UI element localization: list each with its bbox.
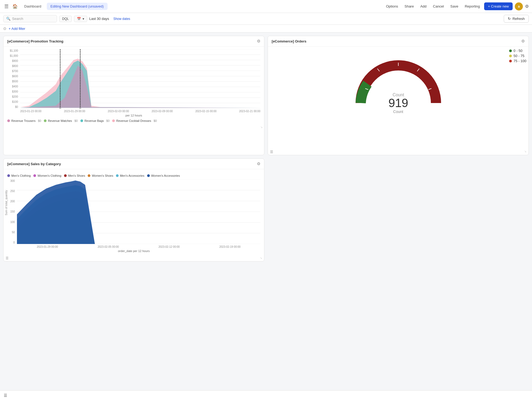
- legend-label: Men's Shoes: [68, 174, 85, 177]
- legend-label: Women's Accessories: [151, 174, 180, 177]
- legend-dot: [88, 174, 90, 177]
- legend-value: $0: [106, 119, 109, 122]
- filter-bar-left: 🔍 Search DQL 📅 ▾ Last 30 days Show dates: [3, 15, 501, 22]
- gauge-legend-item-75100: 75 - 100: [509, 59, 526, 63]
- dql-button[interactable]: DQL: [59, 16, 72, 22]
- sales-panel: [eCommerce] Sales by Category ⚙ Men's Cl…: [3, 158, 264, 261]
- legend-dot: [33, 174, 36, 177]
- legend-value: $0: [75, 119, 78, 122]
- sales-x-label: order_date per 12 hours: [7, 249, 260, 253]
- save-button[interactable]: Save: [448, 3, 460, 10]
- promotion-chart: [20, 49, 260, 108]
- legend-item-cocktail: Revenue Cocktail Dresses $0: [112, 119, 157, 122]
- filter-bar: 🔍 Search DQL 📅 ▾ Last 30 days Show dates…: [0, 13, 532, 25]
- search-placeholder: Search: [12, 17, 23, 21]
- sales-area-chart: [17, 179, 260, 244]
- y-tick: $100: [7, 100, 18, 103]
- refresh-button[interactable]: ↻ Refresh: [504, 15, 529, 23]
- sales-panel-footer: ☰ ↘: [3, 255, 264, 261]
- x-tick: 2023-02-12 00:00: [158, 245, 180, 248]
- promotion-panel-body: $1,100 $1,000 $900 $800 $700 $600 $500 $…: [3, 47, 264, 125]
- resize-handle[interactable]: ↘: [260, 256, 262, 260]
- gauge-legend-label: 0 - 50: [513, 49, 522, 53]
- y-tick: $400: [7, 85, 18, 88]
- legend-value: $0: [154, 119, 157, 122]
- legend-mens-accessories: Men's Accessories: [116, 174, 144, 177]
- legend-item-trousers: Revenue Trousers $0: [7, 119, 41, 122]
- legend-label: Revenue Cocktail Dresses: [116, 119, 151, 122]
- x-tick: 2023-01-23 00:00: [20, 110, 41, 113]
- x-tick: 2023-02-03 00:00: [108, 110, 129, 113]
- create-new-button[interactable]: + Create new: [484, 2, 513, 10]
- sales-chart-container: 300 250 200 150 100 50 0 Sum of total_qu…: [7, 179, 260, 248]
- legend-label: Men's Clothing: [11, 174, 31, 177]
- add-button[interactable]: Add: [418, 3, 429, 10]
- legend-value: $0: [38, 119, 41, 122]
- refresh-icon: ↻: [508, 17, 511, 21]
- y-tick: 150: [7, 210, 15, 213]
- resize-handle[interactable]: ↘: [3, 125, 264, 129]
- add-filter-button[interactable]: + Add filter: [9, 27, 25, 31]
- x-tick: 2023-02-19 00:00: [219, 245, 240, 248]
- cancel-button[interactable]: Cancel: [431, 3, 446, 10]
- legend-dot: [147, 174, 150, 177]
- legend-item-watches: Revenue Watches $0: [44, 119, 78, 122]
- home-icon[interactable]: 🏠: [11, 3, 19, 10]
- legend-mens-clothing: Men's Clothing: [7, 174, 31, 177]
- orders-panel-gear[interactable]: ⚙: [521, 39, 525, 44]
- gauge-dot: [509, 55, 512, 57]
- show-dates-button[interactable]: Show dates: [111, 16, 132, 22]
- sales-chart-area: 2023-01-29 00:00 2023-02-05 00:00 2023-0…: [17, 179, 260, 248]
- tab-dashboard[interactable]: Dashboard: [20, 3, 45, 10]
- legend-dot: [64, 174, 67, 177]
- legend-label: Women's Clothing: [37, 174, 61, 177]
- hamburger-icon[interactable]: ☰: [3, 2, 10, 10]
- promotion-panel-gear[interactable]: ⚙: [257, 39, 260, 44]
- reporting-button[interactable]: Reporting: [463, 3, 482, 10]
- gauge-legend-item-050: 0 - 50: [509, 49, 526, 53]
- y-tick: 0: [7, 241, 15, 244]
- y-tick: 100: [7, 221, 15, 224]
- legend-womens-shoes: Women's Shoes: [88, 174, 113, 177]
- legend-label: Men's Accessories: [120, 174, 144, 177]
- orders-panel-header: [eCommerce] Orders ⚙: [268, 36, 529, 47]
- calendar-icon: 📅: [77, 17, 81, 21]
- chevron-down-icon: ▾: [83, 17, 84, 21]
- list-icon[interactable]: ☰: [6, 256, 9, 260]
- options-button[interactable]: Options: [384, 3, 400, 10]
- sales-y-ticks: 300 250 200 150 100 50 0: [7, 179, 16, 244]
- sales-panel-gear[interactable]: ⚙: [257, 161, 260, 166]
- main-content: [eCommerce] Promotion Tracking ⚙ $1,100 …: [0, 33, 532, 265]
- promotion-panel: [eCommerce] Promotion Tracking ⚙ $1,100 …: [3, 36, 264, 155]
- legend-mens-shoes: Men's Shoes: [64, 174, 85, 177]
- search-input[interactable]: 🔍 Search: [3, 15, 57, 22]
- y-tick: $200: [7, 95, 18, 98]
- tab-editing[interactable]: Editing New Dashboard (unsaved): [47, 3, 108, 10]
- date-range-selector[interactable]: 📅 ▾: [74, 16, 87, 22]
- y-tick: 250: [7, 190, 15, 193]
- svg-text:919: 919: [388, 96, 408, 108]
- promotion-panel-header: [eCommerce] Promotion Tracking ⚙: [3, 36, 264, 47]
- gauge-bottom-label: Count: [393, 109, 403, 114]
- orders-panel: [eCommerce] Orders ⚙ 0 - 50 50 - 75 75 -…: [268, 36, 529, 155]
- legend-label: Revenue Bags: [84, 119, 104, 122]
- avatar[interactable]: a: [515, 2, 523, 10]
- legend-item-bags: Revenue Bags $0: [80, 119, 109, 122]
- gauge-legend-label: 50 - 75: [513, 54, 524, 58]
- gauge-wrapper: Count 919 Count: [272, 49, 525, 114]
- promotion-legend: Revenue Trousers $0 Revenue Watches $0 R…: [7, 119, 260, 122]
- x-tick: 2023-01-29 00:00: [64, 110, 85, 113]
- gauge-dot: [509, 60, 512, 62]
- x-tick: 2023-02-09 00:00: [151, 110, 173, 113]
- settings-icon[interactable]: ⚙: [525, 4, 529, 9]
- resize-handle[interactable]: ↘: [524, 150, 526, 154]
- top-nav: ☰ 🏠 Dashboard Editing New Dashboard (uns…: [0, 0, 532, 13]
- list-icon[interactable]: ☰: [270, 150, 273, 154]
- legend-dot: [112, 119, 115, 122]
- y-tick: $1,100: [7, 49, 18, 52]
- share-button[interactable]: Share: [402, 3, 416, 10]
- y-tick: $500: [7, 80, 18, 83]
- gauge-legend-label: 75 - 100: [513, 59, 526, 63]
- legend-label: Revenue Watches: [48, 119, 72, 122]
- legend-womens-clothing: Women's Clothing: [33, 174, 61, 177]
